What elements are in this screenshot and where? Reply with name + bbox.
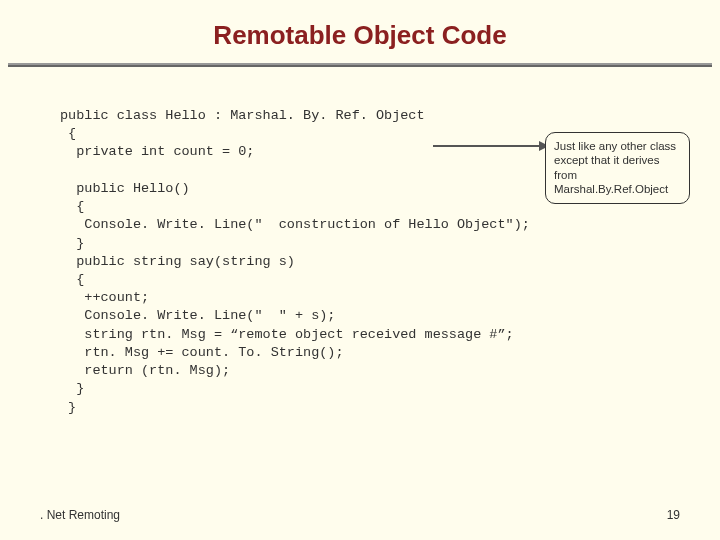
footer: . Net Remoting 19 [40, 508, 680, 522]
footer-left: . Net Remoting [40, 508, 120, 522]
code-block: public class Hello : Marshal. By. Ref. O… [0, 67, 720, 417]
page-title: Remotable Object Code [0, 0, 720, 63]
footer-right: 19 [667, 508, 680, 522]
callout-box: Just like any other class except that it… [545, 132, 690, 204]
callout-arrow [433, 145, 548, 147]
